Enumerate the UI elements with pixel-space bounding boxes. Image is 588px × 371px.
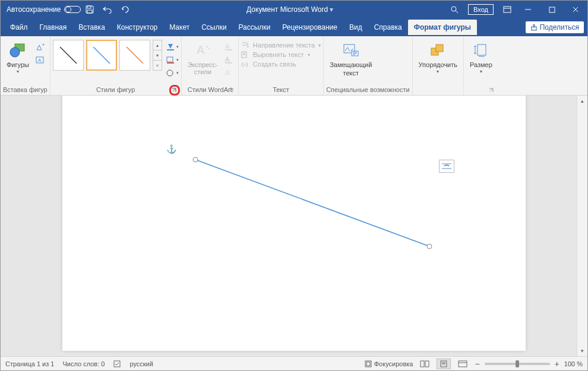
- layout-options-icon[interactable]: [439, 160, 454, 173]
- shape-effects-icon[interactable]: ▾: [166, 67, 179, 79]
- svg-rect-26: [225, 49, 232, 50]
- edit-shape-icon[interactable]: [34, 41, 47, 53]
- autosave-toggle[interactable]: [64, 6, 81, 13]
- page-indicator[interactable]: Страница 1 из 1: [5, 360, 54, 367]
- alt-text-button[interactable]: Замещающий текст: [326, 40, 375, 78]
- tab-file[interactable]: Файл: [4, 20, 34, 35]
- align-text: Выровнять текст▾: [241, 50, 321, 59]
- shape-fill-icon[interactable]: ▾: [166, 41, 179, 53]
- svg-rect-22: [167, 62, 174, 64]
- svg-line-43: [195, 160, 429, 246]
- tab-refs[interactable]: Ссылки: [195, 20, 232, 35]
- svg-rect-21: [167, 57, 173, 62]
- svg-rect-51: [421, 361, 424, 367]
- status-bar: Страница 1 из 1 Число слов: 0 русский Фо…: [1, 356, 587, 370]
- gallery-scroll[interactable]: ▴▾▿: [153, 40, 162, 71]
- style-thumb-3[interactable]: [119, 40, 150, 71]
- language[interactable]: русский: [129, 360, 153, 367]
- svg-rect-40: [478, 45, 486, 55]
- proofing-icon[interactable]: [113, 360, 121, 368]
- group-size: Размер▾: [464, 36, 498, 95]
- search-icon[interactable]: [445, 1, 463, 18]
- group-accessibility: Замещающий текст Специальные возможности: [324, 36, 412, 95]
- zoom-out-icon[interactable]: −: [475, 359, 479, 369]
- shape-style-gallery[interactable]: ▴▾▿: [53, 40, 162, 71]
- group-label: Стили WordArt: [188, 86, 232, 93]
- svg-point-23: [167, 70, 173, 76]
- svg-line-4: [456, 11, 458, 13]
- svg-rect-5: [504, 7, 511, 12]
- arrange-button[interactable]: Упорядочить▾: [415, 40, 461, 76]
- close-icon[interactable]: [564, 1, 587, 18]
- svg-point-3: [451, 7, 456, 11]
- vertical-scrollbar[interactable]: ▴ ▾: [577, 96, 587, 356]
- tab-insert[interactable]: Вставка: [72, 20, 111, 35]
- ribbon: Фигуры▾ A Вставка фигур ▴▾▿ ▾ ▾ ▾ С: [1, 36, 587, 96]
- scroll-down-icon[interactable]: ▾: [577, 345, 587, 356]
- svg-point-14: [43, 44, 44, 45]
- title-bar: Автосохранение Документ Microsoft Word ▾…: [1, 1, 587, 18]
- group-label: Текст: [273, 86, 289, 93]
- svg-line-18: [93, 47, 110, 64]
- read-mode-icon[interactable]: [418, 359, 432, 369]
- svg-text:A: A: [225, 69, 230, 77]
- undo-icon[interactable]: [99, 1, 116, 18]
- group-arrange: Упорядочить▾: [413, 36, 464, 95]
- login-button[interactable]: Вход: [468, 4, 494, 15]
- svg-point-45: [427, 244, 432, 249]
- group-wordart-styles: A Экспресс- стили A A A Стили WordArt: [182, 36, 239, 95]
- scroll-up-icon[interactable]: ▴: [577, 96, 587, 106]
- text-box-icon[interactable]: A: [34, 54, 47, 66]
- svg-rect-56: [459, 361, 467, 367]
- style-thumb-1[interactable]: [53, 40, 84, 71]
- web-layout-icon[interactable]: [456, 359, 470, 369]
- zoom-slider[interactable]: [485, 363, 550, 365]
- share-button[interactable]: Поделиться: [526, 21, 584, 33]
- maximize-icon[interactable]: [540, 1, 564, 18]
- wordart-quickstyles: A Экспресс- стили: [184, 40, 222, 77]
- size-button[interactable]: Размер▾: [466, 40, 496, 76]
- word-count[interactable]: Число слов: 0: [62, 360, 105, 367]
- svg-rect-8: [549, 7, 555, 12]
- svg-text:A: A: [225, 56, 230, 63]
- minimize-icon[interactable]: [516, 1, 540, 18]
- svg-rect-48: [114, 361, 120, 367]
- svg-rect-39: [436, 45, 443, 52]
- page[interactable]: ⚓: [62, 96, 526, 351]
- line-shape[interactable]: [192, 156, 435, 251]
- shapes-button[interactable]: Фигуры▾: [3, 40, 33, 76]
- svg-rect-20: [167, 49, 174, 50]
- shape-outline-icon[interactable]: ▾: [166, 54, 179, 66]
- wordart-launcher[interactable]: [227, 86, 236, 94]
- tab-view[interactable]: Вид: [343, 20, 368, 35]
- print-layout-icon[interactable]: [437, 359, 451, 369]
- tab-home[interactable]: Главная: [34, 20, 73, 35]
- tab-mail[interactable]: Рассылки: [232, 20, 276, 35]
- group-label: Вставка фигур: [3, 86, 48, 93]
- tab-help[interactable]: Справка: [368, 20, 408, 35]
- tab-review[interactable]: Рецензирование: [276, 20, 343, 35]
- tab-design[interactable]: Конструктор: [111, 20, 163, 35]
- tab-layout[interactable]: Макет: [163, 20, 195, 35]
- style-thumb-2[interactable]: [86, 40, 117, 71]
- zoom-in-icon[interactable]: +: [555, 359, 559, 369]
- svg-rect-52: [425, 361, 429, 367]
- svg-rect-28: [225, 62, 232, 64]
- tab-shape-format[interactable]: Формат фигуры: [408, 20, 477, 35]
- group-label: Стили фигур: [96, 86, 135, 93]
- svg-point-13: [10, 47, 20, 57]
- save-icon[interactable]: [81, 1, 99, 18]
- text-fill-icon: A: [223, 41, 236, 53]
- size-launcher[interactable]: [488, 86, 496, 94]
- text-direction: Направление текста▾: [241, 41, 321, 49]
- zoom-level[interactable]: 100 %: [564, 360, 583, 367]
- svg-text:A: A: [225, 43, 230, 50]
- redo-icon[interactable]: [116, 1, 134, 18]
- focus-mode[interactable]: Фокусировка: [365, 360, 413, 367]
- ribbon-options-icon[interactable]: [498, 1, 516, 18]
- group-label: Специальные возможности: [326, 86, 409, 93]
- shape-styles-launcher[interactable]: [170, 86, 179, 94]
- document-area[interactable]: ⚓ ▴ ▾: [1, 96, 587, 356]
- svg-text:A: A: [197, 43, 205, 56]
- group-shape-styles: ▴▾▿ ▾ ▾ ▾ Стили фигур: [50, 36, 182, 95]
